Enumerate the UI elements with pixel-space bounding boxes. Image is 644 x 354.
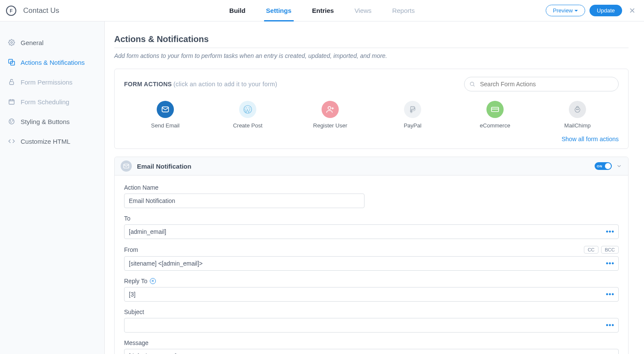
svg-point-7 <box>12 121 13 121</box>
action-mailchimp[interactable]: MailChimp <box>543 101 612 129</box>
input-message[interactable] <box>124 349 619 354</box>
field-options-icon[interactable]: ••• <box>606 228 614 236</box>
field-from: From CC BCC ••• <box>124 246 619 271</box>
action-create-post[interactable]: Create Post <box>213 101 282 129</box>
toggle-knob <box>605 163 611 169</box>
layout: General Actions & Notifications Form Per… <box>0 21 644 354</box>
action-send-email[interactable]: Send Email <box>131 101 200 129</box>
topbar: F Contact Us Build Settings Entries View… <box>0 0 644 21</box>
palette-icon <box>8 118 15 125</box>
svg-rect-4 <box>9 100 14 104</box>
form-actions-header: FORM ACTIONS (click an action to add it … <box>124 77 619 91</box>
cc-button[interactable]: CC <box>584 246 598 254</box>
page-title: Contact Us <box>23 6 59 15</box>
svg-line-10 <box>474 85 475 87</box>
nav-settings[interactable]: Settings <box>266 0 292 21</box>
field-message: Message <box>124 339 619 354</box>
sidebar-item-permissions[interactable]: Form Permissions <box>0 72 104 92</box>
toggle-on-label: ON <box>597 164 602 168</box>
field-options-icon[interactable]: ••• <box>606 321 614 329</box>
nav-views[interactable]: Views <box>355 0 372 21</box>
label-reply-to: Reply To ✕ <box>124 278 156 284</box>
toggle-switch[interactable]: ON <box>595 162 612 170</box>
label-from: From <box>124 246 138 253</box>
sidebar-item-styling[interactable]: Styling & Buttons <box>0 112 104 131</box>
caret-down-icon <box>574 10 578 12</box>
actions-row: Send Email Create Post Register User <box>124 98 619 133</box>
svg-point-5 <box>9 119 14 124</box>
action-label: Create Post <box>233 122 263 129</box>
field-options-icon[interactable]: ••• <box>606 290 614 298</box>
card-icon <box>486 101 504 118</box>
actions-icon <box>8 58 15 66</box>
mailchimp-icon <box>569 101 586 118</box>
search-input[interactable] <box>464 77 619 91</box>
nav-entries[interactable]: Entries <box>312 0 334 21</box>
email-notification-header[interactable]: Email Notification ON <box>115 157 628 175</box>
divider <box>114 48 629 48</box>
field-action-name: Action Name <box>124 184 619 208</box>
svg-point-0 <box>11 42 12 43</box>
svg-rect-3 <box>9 82 13 85</box>
svg-point-13 <box>328 106 331 109</box>
panel-title: Email Notification <box>137 163 191 170</box>
show-all-actions-link[interactable]: Show all form actions <box>124 133 619 142</box>
action-ecommerce[interactable]: eCommerce <box>461 101 529 129</box>
preview-button[interactable]: Preview <box>546 5 585 16</box>
action-label: eCommerce <box>480 122 510 129</box>
svg-point-6 <box>10 121 11 121</box>
svg-point-18 <box>575 107 580 112</box>
email-notification-panel: Email Notification ON Action Name <box>114 157 629 354</box>
main-content: Actions & Notifications Add form actions… <box>105 21 644 354</box>
mail-icon <box>121 160 132 172</box>
svg-point-9 <box>470 82 474 85</box>
cc-bcc-controls: CC BCC <box>584 246 619 254</box>
bcc-button[interactable]: BCC <box>601 246 619 254</box>
user-plus-icon <box>322 101 339 118</box>
sidebar-item-label: Form Permissions <box>21 79 73 86</box>
label-message: Message <box>124 339 149 346</box>
sidebar: General Actions & Notifications Form Per… <box>0 21 105 354</box>
sidebar-item-general[interactable]: General <box>0 33 104 52</box>
field-subject: Subject ••• <box>124 309 619 333</box>
svg-point-20 <box>578 109 579 110</box>
remove-reply-to-icon[interactable]: ✕ <box>150 278 156 284</box>
topbar-right: Preview Update ✕ <box>546 5 644 16</box>
sidebar-item-actions[interactable]: Actions & Notifications <box>0 52 104 72</box>
sidebar-item-scheduling[interactable]: Form Scheduling <box>0 92 104 112</box>
action-register-user[interactable]: Register User <box>296 101 365 129</box>
field-to: To ••• <box>124 215 619 239</box>
lock-icon <box>8 78 15 86</box>
input-from[interactable] <box>124 256 619 271</box>
panel-controls: ON <box>595 162 622 170</box>
form-actions-panel: FORM ACTIONS (click an action to add it … <box>114 69 629 149</box>
update-button[interactable]: Update <box>589 5 622 16</box>
preview-label: Preview <box>553 7 573 14</box>
sidebar-item-label: Styling & Buttons <box>21 118 70 125</box>
input-subject[interactable] <box>124 318 619 333</box>
form-actions-title: FORM ACTIONS <box>124 81 172 88</box>
chevron-down-icon[interactable] <box>616 163 622 169</box>
action-label: Send Email <box>151 122 179 129</box>
section-title: Actions & Notifications <box>114 34 629 44</box>
form-actions-hint: (click an action to add it to your form) <box>173 81 277 88</box>
app-logo: F <box>6 6 16 16</box>
input-action-name[interactable] <box>124 194 365 208</box>
sidebar-item-customize[interactable]: Customize HTML <box>0 131 104 151</box>
mail-icon <box>157 101 174 118</box>
topbar-left: F Contact Us <box>0 6 59 16</box>
sidebar-item-label: Form Scheduling <box>21 98 69 106</box>
nav-reports[interactable]: Reports <box>392 0 415 21</box>
close-icon[interactable]: ✕ <box>626 6 638 15</box>
search-icon <box>469 81 475 87</box>
wordpress-icon <box>239 101 256 118</box>
gear-icon <box>8 39 15 46</box>
nav-build[interactable]: Build <box>229 0 246 21</box>
field-options-icon[interactable]: ••• <box>606 260 614 267</box>
action-paypal[interactable]: PayPal <box>378 101 447 129</box>
section-subtitle: Add form actions to your form to perform… <box>114 52 629 59</box>
input-reply-to[interactable] <box>124 287 619 302</box>
input-to[interactable] <box>124 224 619 239</box>
label-subject: Subject <box>124 309 144 315</box>
sidebar-item-label: Customize HTML <box>21 138 70 145</box>
